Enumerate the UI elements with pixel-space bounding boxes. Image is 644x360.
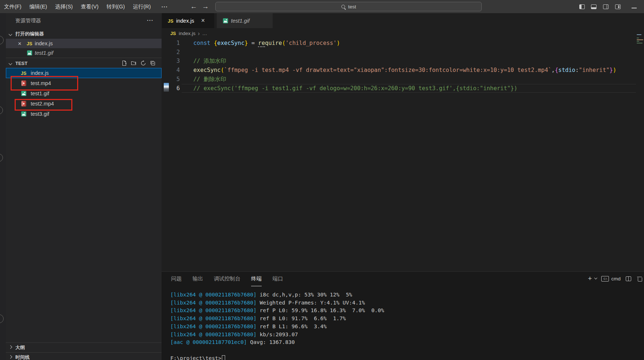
js-file-icon: JS [168,18,174,24]
code-line-1: const {execSync} = require('child_proces… [193,39,632,48]
timeline-section-header[interactable]: 时间线 [6,352,162,360]
terminal-shell-label[interactable]: cmd [611,276,621,282]
bottom-panel: 问题输出调试控制台终端端口 + C:\ cmd [libx264 @ 00002… [162,271,644,360]
terminal-line: [aac @ 0000021187701ec0] Qavg: 1367.830 [170,338,642,346]
outline-section-header[interactable]: 大纲 [6,342,162,352]
menu-编辑(E)[interactable]: 编辑(E) [26,0,51,13]
refresh-icon[interactable] [140,60,146,66]
new-file-icon[interactable] [121,60,127,66]
toggle-panel-icon[interactable] [590,3,597,10]
terminal-line: [libx264 @ 0000211876b7680] i8c dc,h,v,p… [170,291,642,299]
breadcrumb-file[interactable]: index.js [179,31,196,36]
timeline-label: 时间线 [15,354,30,360]
code-line-2 [193,48,632,57]
menu-overflow-icon[interactable]: ··· [157,4,173,10]
panel-tab-问题[interactable]: 问题 [171,272,182,286]
close-icon[interactable]: × [18,40,22,47]
sidebar-more-icon[interactable]: ··· [147,17,154,23]
js-file-icon: JS [168,19,173,24]
forward-icon[interactable]: → [201,3,210,11]
menu-转到(G)[interactable]: 转到(G) [103,0,129,13]
red-annotation-box-test2-mp4 [15,99,72,111]
terminal-prompt[interactable]: F:\project\test> [170,355,642,360]
folder-name-label: TEST [15,60,27,66]
code-line-5: // 删除水印 [193,75,632,84]
split-terminal-icon[interactable] [626,276,631,281]
terminal-line: [libx264 @ 0000211876b7680] Weighted P-F… [170,299,642,307]
vscode-window: 文件(F)编辑(E)选择(S)查看(V)转到(G)运行(R) ··· ← → t… [0,0,644,360]
terminal-actions: + C:\ cmd [588,275,642,282]
outline-label: 大纲 [15,344,25,351]
chevron-down-icon [9,61,12,65]
command-center-search[interactable]: test [215,2,482,11]
menubar: 文件(F)编辑(E)选择(S)查看(V)转到(G)运行(R) [0,0,155,13]
image-file-icon [21,111,27,117]
file-label: index.js [35,41,53,46]
js-file-icon: JS [170,31,176,37]
panel-tab-终端[interactable]: 终端 [251,272,262,286]
tab-label: test1.gif [231,18,250,24]
folder-section-header[interactable]: TEST [6,58,162,68]
customize-layout-icon[interactable] [614,3,621,10]
minimize-icon[interactable] [631,3,637,10]
open-editor-test1.gif[interactable]: test1.gif [6,48,162,58]
explorer-sidebar: 资源管理器 ··· 打开的编辑器 ×JSindex.jstest1.gif TE… [6,13,162,360]
menu-选择(S)[interactable]: 选择(S) [51,0,77,13]
gif-file-icon [223,18,228,24]
file-label: test3.gif [31,111,49,117]
search-text: test [348,4,356,9]
chevron-down-icon [9,32,12,36]
js-file-icon: JS [170,31,176,36]
js-file-icon: JS [21,71,26,76]
toggle-sidebar-icon[interactable] [579,3,585,10]
terminal-shell-icon: C:\ [601,276,609,282]
new-folder-icon[interactable] [131,60,137,66]
minimap[interactable] [636,13,644,271]
close-icon[interactable]: × [201,17,205,24]
chevron-right-icon [9,355,12,359]
code-line-6: // execSync('ffmpeg -i test1.gif -vf del… [193,84,632,93]
kill-terminal-icon[interactable] [637,276,642,281]
terminal-line: [libx264 @ 0000211876b7680] kb/s:2093.07 [170,331,642,339]
panel-tab-调试控制台[interactable]: 调试控制台 [214,272,240,286]
line-number: 4 [162,66,180,75]
chevron-right-icon [9,345,12,349]
code-line-3: // 添加水印 [193,57,632,66]
back-icon[interactable]: ← [189,3,198,11]
code-line-4: execSync(`ffmpeg -i test.mp4 -vf drawtex… [193,66,632,75]
terminal-output[interactable]: [libx264 @ 0000211876b7680] i8c dc,h,v,p… [170,291,642,360]
search-icon [341,4,346,9]
tab-index-js[interactable]: JS index.js × [162,13,214,28]
toggle-secondary-sidebar-icon[interactable] [602,3,609,10]
terminal-dropdown-icon[interactable] [594,276,597,279]
panel-tab-输出[interactable]: 输出 [193,272,203,286]
collapse-all-icon[interactable] [150,60,156,66]
code-editor[interactable]: 123456 const {execSync} = require('child… [162,39,644,271]
menu-查看(V)[interactable]: 查看(V) [77,0,102,13]
activity-bar [0,13,6,360]
breadcrumb[interactable]: JS index.js › … [162,28,644,39]
breadcrumb-more[interactable]: … [202,31,207,36]
menu-运行(R)[interactable]: 运行(R) [129,0,155,13]
activity-icon-partial [0,106,3,114]
image-file-icon [27,50,33,56]
js-file-icon: JS [27,41,32,46]
editor-group: JS index.js × test1.gif JS index.js › … … [162,13,644,271]
red-annotation-box-test-mp4 [11,76,78,91]
file-label: index.js [31,70,49,76]
line-number: 2 [162,48,180,57]
new-terminal-icon[interactable]: + [588,275,592,282]
line-number: 1 [162,39,180,48]
file-label: test1.gif [35,50,53,56]
sidebar-title: 资源管理器 [15,18,41,24]
menu-文件(F)[interactable]: 文件(F) [0,0,26,13]
open-editors-header[interactable]: 打开的编辑器 [6,29,162,39]
panel-tab-端口[interactable]: 端口 [273,272,283,286]
open-editor-index.js[interactable]: ×JSindex.js [6,39,162,48]
titlebar: 文件(F)编辑(E)选择(S)查看(V)转到(G)运行(R) ··· ← → t… [0,0,644,13]
terminal-line: [libx264 @ 0000211876b7680] ref B L1: 96… [170,323,642,331]
open-editors-label: 打开的编辑器 [15,31,44,37]
tab-test1-gif[interactable]: test1.gif [217,13,273,28]
activity-icon-partial [0,154,3,162]
tab-label: index.js [176,18,194,24]
